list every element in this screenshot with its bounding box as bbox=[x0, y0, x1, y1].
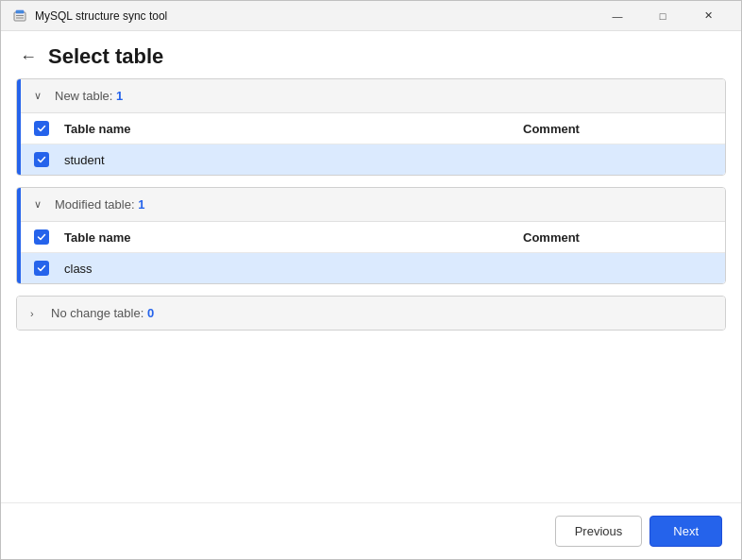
modified-table-cb-header bbox=[34, 229, 64, 245]
table-row: student bbox=[21, 144, 725, 175]
modified-table-title: Modified table: 1 bbox=[55, 197, 144, 212]
close-button[interactable]: ✕ bbox=[686, 1, 730, 31]
modified-table-select-all-checkbox[interactable] bbox=[34, 229, 49, 245]
title-bar: MySQL structure sync tool — □ ✕ bbox=[1, 1, 741, 31]
no-change-header[interactable]: › No change table: 0 bbox=[17, 297, 725, 330]
footer: Previous Next bbox=[1, 502, 741, 559]
student-checkbox-col bbox=[34, 152, 64, 167]
maximize-button[interactable]: □ bbox=[641, 1, 684, 31]
page-header: ← Select table bbox=[1, 31, 741, 78]
new-table-name-header: Table name bbox=[64, 122, 523, 136]
window-title: MySQL structure sync tool bbox=[35, 9, 596, 23]
no-change-title: No change table: 0 bbox=[51, 306, 154, 320]
app-icon bbox=[12, 8, 27, 24]
modified-table-body: Table name Comment bbox=[21, 222, 725, 283]
scroll-area[interactable]: ∨ New table: 1 bbox=[1, 78, 741, 502]
window-controls: — □ ✕ bbox=[596, 1, 730, 31]
no-change-section: › No change table: 0 bbox=[16, 296, 726, 331]
class-checkbox-col bbox=[34, 261, 64, 276]
no-change-chevron: › bbox=[30, 308, 43, 319]
new-table-title: New table: 1 bbox=[55, 89, 123, 103]
main-area: ∨ New table: 1 bbox=[1, 78, 741, 502]
class-checkbox[interactable] bbox=[34, 261, 49, 276]
modified-table-inner: ∨ Modified table: 1 bbox=[21, 188, 725, 283]
modified-table-count: 1 bbox=[138, 197, 144, 212]
new-table-inner: ∨ New table: 1 bbox=[21, 79, 725, 175]
next-button[interactable]: Next bbox=[649, 516, 722, 547]
new-table-body: Table name Comment bbox=[21, 113, 725, 175]
modified-table-header[interactable]: ∨ Modified table: 1 bbox=[21, 188, 725, 222]
new-table-section: ∨ New table: 1 bbox=[16, 78, 726, 176]
svg-rect-0 bbox=[14, 12, 25, 21]
svg-rect-2 bbox=[16, 15, 24, 16]
minimize-button[interactable]: — bbox=[596, 1, 639, 31]
new-table-count: 1 bbox=[116, 89, 123, 103]
page-title: Select table bbox=[48, 44, 163, 69]
new-table-comment-header: Comment bbox=[523, 122, 712, 136]
main-window: MySQL structure sync tool — □ ✕ ← Select… bbox=[0, 0, 742, 560]
new-table-header[interactable]: ∨ New table: 1 bbox=[21, 79, 725, 113]
new-table-select-all-checkbox[interactable] bbox=[34, 121, 49, 136]
modified-table-section: ∨ Modified table: 1 bbox=[16, 187, 726, 284]
student-name: student bbox=[64, 153, 523, 167]
svg-rect-1 bbox=[16, 10, 24, 13]
modified-table-name-header: Table name bbox=[64, 230, 523, 245]
modified-table-comment-header: Comment bbox=[523, 230, 712, 245]
class-name: class bbox=[64, 262, 523, 276]
no-change-count: 0 bbox=[147, 306, 154, 320]
svg-rect-3 bbox=[16, 17, 24, 18]
back-button[interactable]: ← bbox=[20, 48, 37, 65]
modified-table-chevron: ∨ bbox=[34, 198, 47, 211]
previous-button[interactable]: Previous bbox=[555, 516, 643, 547]
content-area: ← Select table ∨ New table: 1 bbox=[1, 31, 741, 559]
new-table-cb-header bbox=[34, 121, 64, 136]
student-checkbox[interactable] bbox=[34, 152, 49, 167]
new-table-columns: Table name Comment bbox=[21, 113, 725, 144]
modified-table-columns: Table name Comment bbox=[21, 222, 725, 253]
table-row: class bbox=[21, 253, 725, 283]
new-table-chevron: ∨ bbox=[34, 90, 47, 102]
